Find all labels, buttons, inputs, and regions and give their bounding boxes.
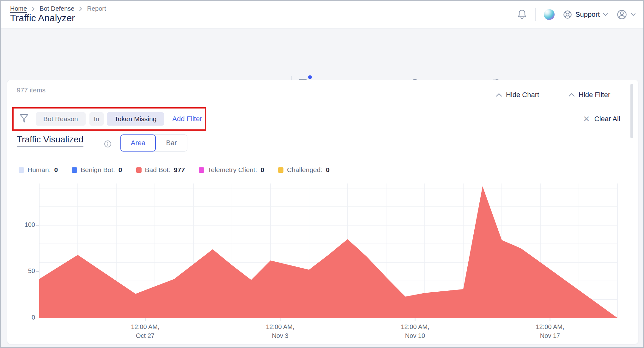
- hide-chart-button[interactable]: Hide Chart: [496, 91, 539, 99]
- clear-all-button[interactable]: ✕ Clear All: [583, 107, 620, 131]
- legend-swatch: [278, 167, 283, 173]
- avatar[interactable]: [544, 9, 555, 20]
- header-divider: [535, 8, 536, 21]
- legend-item[interactable]: Bad Bot: 977: [136, 166, 185, 174]
- info-button[interactable]: [104, 140, 112, 148]
- chevron-up-icon: [496, 93, 502, 97]
- legend-swatch: [199, 167, 204, 173]
- x-tick-label: 12:00 AM,Nov 17: [522, 322, 579, 340]
- x-tick-label: 12:00 AM,Nov 10: [387, 322, 444, 340]
- traffic-area-chart: [39, 183, 617, 323]
- legend-value: 0: [326, 166, 330, 174]
- x-tick-label: 12:00 AM,Oct 27: [117, 322, 174, 340]
- area-series-bad-bot: [39, 186, 617, 318]
- legend-label: Bad Bot:: [145, 166, 171, 174]
- chevron-right-icon: [79, 6, 82, 11]
- traffic-analyzer-page: Home Bot Defense Report Traffic Analyzer: [0, 0, 644, 348]
- breadcrumb-home[interactable]: Home: [10, 5, 27, 12]
- bell-icon: [517, 9, 527, 20]
- toggle-bar-button[interactable]: Bar: [156, 135, 187, 151]
- y-tick-label: 50: [19, 267, 35, 275]
- items-count: 977 items: [17, 86, 46, 94]
- chevron-right-icon: [31, 6, 35, 11]
- header: Home Bot Defense Report Traffic Analyzer: [1, 1, 643, 28]
- add-filter-button[interactable]: Add Filter: [172, 115, 202, 123]
- clear-all-label: Clear All: [594, 115, 620, 123]
- breadcrumb: Home Bot Defense Report: [10, 5, 106, 12]
- report-card: 977 items Hide Chart Hide Filter Bot Rea…: [7, 80, 638, 344]
- legend-item[interactable]: Human: 0: [19, 166, 58, 174]
- section-title[interactable]: Traffic Visualized: [17, 134, 83, 146]
- legend-value: 0: [261, 166, 264, 174]
- notifications-button[interactable]: [517, 9, 527, 20]
- x-tick-label: 12:00 AM,Nov 3: [252, 322, 309, 340]
- lifebuoy-icon: [563, 10, 572, 19]
- chevron-up-icon: [568, 93, 575, 97]
- legend-item[interactable]: Telemetry Client: 0: [199, 166, 264, 174]
- legend-item[interactable]: Benign Bot: 0: [72, 166, 122, 174]
- legend-label: Benign Bot:: [81, 166, 115, 174]
- account-menu[interactable]: [616, 9, 636, 20]
- chevron-down-icon: [631, 13, 636, 16]
- toolbar: Saved Filters Region: US: [1, 29, 643, 80]
- hide-filter-button[interactable]: Hide Filter: [568, 91, 610, 99]
- breadcrumb-report: Report: [87, 5, 106, 12]
- legend-swatch: [136, 167, 142, 173]
- y-tick-label: 0: [19, 314, 35, 321]
- user-icon: [616, 9, 628, 20]
- filter-field-chip[interactable]: Bot Reason: [36, 112, 86, 126]
- legend-value: 977: [174, 166, 185, 174]
- legend-swatch: [72, 167, 77, 173]
- filter-operator-chip[interactable]: In: [89, 112, 104, 126]
- y-tick-label: 100: [19, 221, 35, 228]
- chart-legend: Human: 0Benign Bot: 0Bad Bot: 977Telemet…: [19, 166, 330, 174]
- legend-label: Human:: [27, 166, 51, 174]
- support-menu[interactable]: Support: [563, 10, 608, 19]
- filter-value-chip[interactable]: Token Missing: [107, 112, 164, 126]
- info-icon: [104, 140, 112, 148]
- unsaved-changes-dot: [308, 75, 312, 79]
- legend-swatch: [19, 167, 24, 173]
- funnel-icon: [19, 113, 29, 125]
- breadcrumb-bot-defense[interactable]: Bot Defense: [39, 5, 74, 12]
- hide-chart-label: Hide Chart: [506, 91, 539, 99]
- support-label: Support: [575, 10, 600, 19]
- legend-label: Telemetry Client:: [208, 166, 257, 174]
- legend-value: 0: [54, 166, 58, 174]
- hide-filter-label: Hide Filter: [579, 91, 610, 99]
- scrollbar-thumb[interactable]: [630, 84, 633, 138]
- close-icon: ✕: [583, 115, 590, 123]
- chart-type-toggle: Area Bar: [120, 134, 187, 152]
- toggle-area-button[interactable]: Area: [120, 134, 156, 152]
- legend-item[interactable]: Challenged: 0: [278, 166, 330, 174]
- page-title: Traffic Analyzer: [10, 13, 75, 23]
- legend-value: 0: [118, 166, 122, 174]
- legend-label: Challenged:: [287, 166, 322, 174]
- header-actions: Support: [517, 1, 636, 28]
- chevron-down-icon: [603, 13, 608, 16]
- filter-row: Bot Reason In Token Missing Add Filter: [12, 107, 202, 131]
